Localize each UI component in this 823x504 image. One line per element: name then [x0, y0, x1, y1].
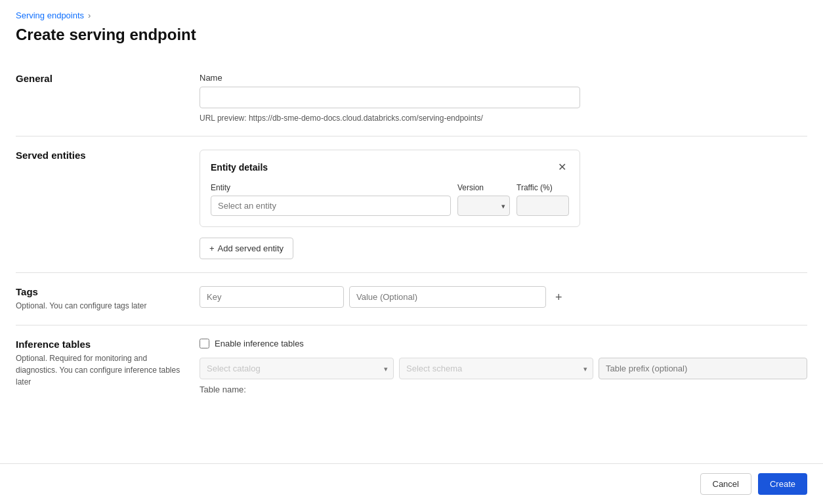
- entity-details-card: Entity details ✕ Entity Version: [200, 150, 580, 227]
- version-col-label: Version: [457, 183, 510, 192]
- page-footer: Cancel Create: [0, 463, 823, 504]
- served-entities-section: Served entities Entity details ✕ Entity: [16, 136, 807, 273]
- inference-tables-section: Inference tables Optional. Required for …: [16, 326, 807, 408]
- entity-fields-row: Entity Version: [211, 183, 569, 216]
- entity-col-label: Entity: [211, 183, 451, 192]
- catalog-select-wrapper: Select catalog: [200, 358, 394, 379]
- entity-card-header: Entity details ✕: [211, 161, 569, 174]
- inference-tables-description: Optional. Required for monitoring and di…: [16, 352, 184, 388]
- create-button[interactable]: Create: [758, 473, 807, 495]
- breadcrumb-link[interactable]: Serving endpoints: [16, 10, 84, 20]
- url-preview-value: https://db-sme-demo-docs.cloud.databrick…: [249, 114, 483, 123]
- breadcrumb: Serving endpoints ›: [16, 10, 807, 20]
- entity-field: Entity: [211, 183, 451, 216]
- form-sections: General Name URL preview: https://db-sme…: [16, 60, 807, 408]
- served-entities-section-right: Entity details ✕ Entity Version: [200, 150, 807, 259]
- traffic-input[interactable]: 100: [517, 196, 569, 216]
- enable-inference-label[interactable]: Enable inference tables: [215, 339, 304, 348]
- general-section-label: General: [16, 73, 184, 84]
- inference-tables-label: Inference tables: [16, 339, 184, 350]
- version-select-wrapper: [457, 196, 510, 216]
- url-preview-label: URL preview:: [200, 114, 247, 123]
- general-section: General Name URL preview: https://db-sme…: [16, 60, 807, 136]
- enable-inference-checkbox[interactable]: [200, 339, 209, 348]
- entity-card-close-button[interactable]: ✕: [555, 161, 569, 174]
- general-section-left: General: [16, 73, 200, 123]
- inference-tables-section-right: Enable inference tables Select catalog S…: [200, 339, 807, 394]
- name-input[interactable]: [200, 87, 580, 108]
- add-entity-label: Add served entity: [218, 243, 284, 253]
- table-prefix-input[interactable]: [599, 358, 807, 379]
- served-entities-label: Served entities: [16, 150, 184, 161]
- add-served-entity-button[interactable]: + Add served entity: [200, 238, 293, 259]
- entity-card-title: Entity details: [211, 162, 268, 173]
- page-title: Create serving endpoint: [16, 26, 807, 44]
- cancel-button[interactable]: Cancel: [700, 473, 751, 495]
- tags-section-left: Tags Optional. You can configure tags la…: [16, 286, 200, 312]
- inference-fields-row: Select catalog Select schema: [200, 358, 807, 379]
- general-section-right: Name URL preview: https://db-sme-demo-do…: [200, 73, 807, 123]
- enable-inference-row: Enable inference tables: [200, 339, 807, 348]
- traffic-field: Traffic (%) 100: [517, 183, 569, 216]
- breadcrumb-separator: ›: [88, 10, 91, 20]
- tags-section: Tags Optional. You can configure tags la…: [16, 273, 807, 326]
- version-field: Version: [457, 183, 510, 216]
- entity-select-input[interactable]: [211, 196, 451, 216]
- tag-value-input[interactable]: [349, 286, 546, 308]
- schema-select[interactable]: Select schema: [399, 358, 593, 379]
- inference-tables-section-left: Inference tables Optional. Required for …: [16, 339, 200, 394]
- served-entities-section-left: Served entities: [16, 150, 200, 259]
- tags-section-right: +: [200, 286, 807, 312]
- tag-add-button[interactable]: +: [551, 289, 566, 306]
- plus-icon: +: [209, 243, 215, 253]
- tags-section-label: Tags: [16, 286, 184, 297]
- tags-section-description: Optional. You can configure tags later: [16, 300, 184, 312]
- url-preview: URL preview: https://db-sme-demo-docs.cl…: [200, 114, 807, 123]
- traffic-col-label: Traffic (%): [517, 183, 569, 192]
- table-name-text: Table name:: [200, 385, 246, 394]
- table-name-label: Table name:: [200, 385, 807, 394]
- schema-select-wrapper: Select schema: [399, 358, 593, 379]
- tags-row: +: [200, 286, 807, 308]
- version-select[interactable]: [457, 196, 510, 216]
- name-field-label: Name: [200, 73, 807, 83]
- catalog-select[interactable]: Select catalog: [200, 358, 394, 379]
- tag-key-input[interactable]: [200, 286, 344, 308]
